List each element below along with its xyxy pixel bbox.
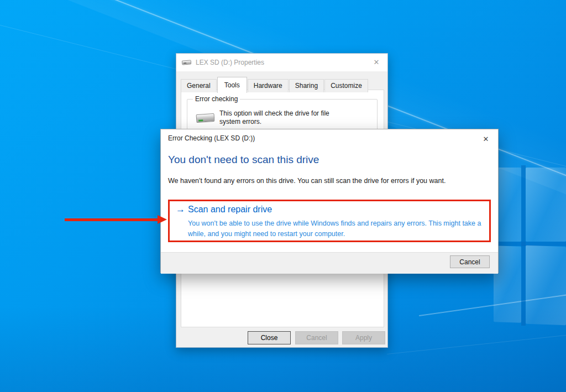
drive-icon: [182, 60, 192, 65]
windows-logo-pane: [526, 245, 566, 326]
windows-logo: [494, 168, 566, 323]
properties-tab-strip: General Tools Hardware Sharing Customize: [181, 77, 369, 92]
drive-icon: [196, 113, 215, 123]
error-checking-dialog: Error Checking (LEX SD (D:)) ✕ You don't…: [160, 129, 499, 273]
apply-button: Apply: [342, 331, 385, 344]
error-checking-group-label: Error checking: [193, 95, 240, 103]
close-icon[interactable]: ✕: [475, 130, 497, 147]
tab-sharing[interactable]: Sharing: [289, 79, 324, 92]
arrow-right-icon: →: [176, 204, 185, 215]
scan-link-description: You won't be able to use the drive while…: [188, 218, 495, 239]
tab-customize[interactable]: Customize: [324, 79, 368, 92]
error-dialog-footer: Cancel: [161, 252, 498, 274]
wallpaper-light-beam: [387, 331, 566, 354]
annotation-highlight-box: → Scan and repair drive You won't be abl…: [168, 200, 491, 242]
error-checking-description: This option will check the drive for fil…: [219, 109, 347, 126]
properties-titlebar[interactable]: LEX SD (D:) Properties ✕: [176, 54, 387, 71]
error-dialog-title: Error Checking (LEX SD (D:)): [168, 134, 255, 142]
cancel-button[interactable]: Cancel: [450, 255, 490, 268]
tab-hardware[interactable]: Hardware: [248, 79, 289, 92]
close-button[interactable]: Close: [248, 331, 291, 344]
windows-logo-pane: [526, 168, 566, 242]
annotation-arrow-line: [65, 218, 159, 221]
close-icon[interactable]: ✕: [365, 54, 387, 70]
properties-dialog-title: LEX SD (D:) Properties: [196, 59, 264, 66]
desktop: LEX SD (D:) Properties ✕ General Tools H…: [0, 0, 566, 392]
error-dialog-body-text: We haven't found any errors on this driv…: [168, 177, 446, 185]
cancel-button: Cancel: [295, 331, 338, 344]
error-dialog-heading: You don't need to scan this drive: [168, 154, 319, 166]
tab-general[interactable]: General: [181, 79, 217, 92]
scan-and-repair-command-link[interactable]: → Scan and repair drive You won't be abl…: [170, 201, 489, 241]
tab-tools[interactable]: Tools: [217, 77, 247, 93]
scan-link-title: Scan and repair drive: [188, 205, 272, 215]
